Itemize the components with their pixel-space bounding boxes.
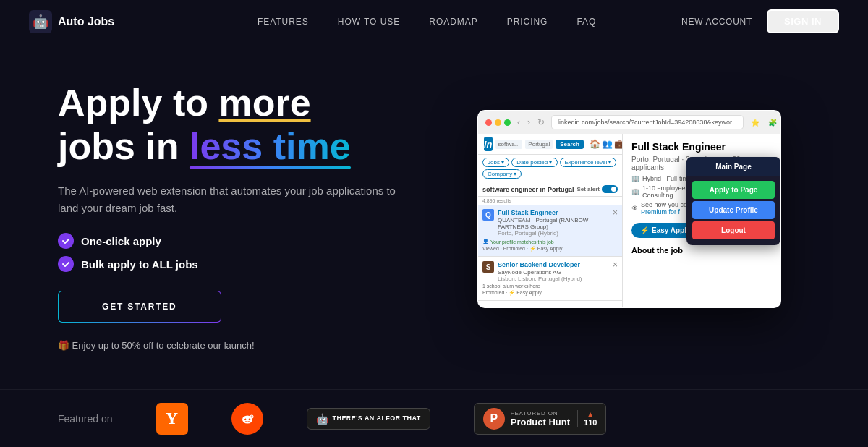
yc-logo[interactable]: Y bbox=[156, 403, 188, 435]
nav-features[interactable]: FEATURES bbox=[258, 17, 309, 27]
browser-forward[interactable]: › bbox=[525, 117, 532, 127]
job-title-2: Senior Backend Developer bbox=[498, 261, 582, 268]
producthunt-score: ▲ 110 bbox=[577, 410, 597, 427]
job-card-2-header: S Senior Backend Developer SayNode Opera… bbox=[482, 261, 618, 282]
li-bag-icon: 💼 bbox=[614, 139, 623, 149]
linkedin-search-input: softwa... bbox=[495, 140, 523, 149]
browser-dots bbox=[485, 119, 511, 126]
hero-features: One-click apply Bulk apply to ALL jobs bbox=[58, 233, 405, 272]
nav-roadmap[interactable]: ROADMAP bbox=[429, 17, 477, 27]
featured-logos: Y 🤖 bbox=[156, 403, 811, 435]
filter-exp[interactable]: Experience level ▾ bbox=[560, 158, 617, 167]
job-card-1-header: Q Full Stack Engineer QUANTEAM - Portuga… bbox=[482, 209, 618, 237]
hero-title-line1: Apply to more bbox=[58, 82, 311, 124]
job-location-2: Lisbon, Lisbon, Portugal (Hybrid) bbox=[498, 276, 582, 282]
job-close-1[interactable]: × bbox=[613, 208, 618, 218]
feature-one-click: One-click apply bbox=[58, 233, 405, 249]
taiaft-text: THERE'S AN AI FOR THAT bbox=[333, 414, 421, 423]
svg-text:🤖: 🤖 bbox=[33, 14, 49, 30]
browser-back[interactable]: ‹ bbox=[515, 117, 522, 127]
sign-in-button[interactable]: SIGN IN bbox=[767, 9, 839, 33]
taiaft-icon: 🤖 bbox=[316, 413, 328, 425]
hero-title: Apply to more jobs in less time bbox=[58, 82, 405, 169]
browser-refresh[interactable]: ↻ bbox=[535, 117, 547, 127]
li-home-icon: 🏠 bbox=[590, 139, 600, 149]
li-alert-text: Set alert bbox=[576, 186, 600, 192]
reddit-icon bbox=[231, 403, 263, 435]
feature-bulk-apply: Bulk apply to ALL jobs bbox=[58, 256, 405, 272]
filter-jobs[interactable]: Jobs ▾ bbox=[482, 158, 509, 167]
job-logo-1: Q bbox=[482, 209, 494, 221]
address-bar[interactable]: linkedin.com/jobs/search/?currentJobId=3… bbox=[551, 115, 744, 129]
check-icon-one-click bbox=[58, 233, 74, 249]
job-close-2[interactable]: × bbox=[613, 260, 618, 270]
linkedin-filters: Jobs ▾ Date posted ▾ Experience level ▾ … bbox=[478, 155, 622, 182]
job-title-1: Full Stack Engineer bbox=[498, 209, 618, 216]
li-network-icon: 👥 bbox=[602, 139, 613, 149]
hero-subtitle: The AI-powered web extension that automa… bbox=[58, 182, 405, 217]
job-meta-2b: Promoted · ⚡ Easy Apply bbox=[482, 290, 618, 296]
address-text: linkedin.com/jobs/search/?currentJobId=3… bbox=[558, 119, 737, 126]
job-card-1[interactable]: × Q Full Stack Engineer QUANTEAM - Portu… bbox=[478, 205, 622, 257]
dot-minimize bbox=[495, 119, 501, 126]
taiaft-badge[interactable]: 🤖 THERE'S AN AI FOR THAT bbox=[307, 408, 430, 430]
job-about-heading: About the job bbox=[631, 246, 772, 255]
nav-pricing[interactable]: PRICING bbox=[507, 17, 548, 27]
profile-match-1: 👤 Your profile matches this job bbox=[482, 239, 554, 244]
feature-one-click-label: One-click apply bbox=[81, 235, 161, 247]
profile-icon: 👤 bbox=[482, 239, 489, 244]
results-count: 4,895 results bbox=[478, 197, 622, 205]
hero-title-line2: jobs in less time bbox=[58, 125, 351, 167]
popup-logout-button[interactable]: Logout bbox=[692, 221, 775, 239]
new-account-link[interactable]: NEW ACCOUNT bbox=[681, 17, 752, 27]
job-card-2[interactable]: × S Senior Backend Developer SayNode Ope… bbox=[478, 257, 622, 301]
reddit-logo[interactable] bbox=[231, 403, 263, 435]
linkedin-logo: in bbox=[484, 137, 493, 151]
hybrid-icon: 🏢 bbox=[631, 175, 639, 182]
job-meta-1: Viewed · Promoted · ⚡ Easy Apply bbox=[482, 246, 618, 252]
compare-icon: 👁 bbox=[631, 205, 638, 212]
navigation: 🤖 Auto Jobs FEATURES HOW TO USE ROADMAP … bbox=[0, 0, 868, 43]
featured-bar: Featured on Y bbox=[0, 389, 868, 447]
hero-promo: 🎁 Enjoy up to 50% off to celebrate our l… bbox=[58, 340, 405, 351]
search-query-text: software engineer in Portugal bbox=[482, 186, 574, 193]
company-icon: 🏢 bbox=[631, 188, 639, 195]
nav-actions: NEW ACCOUNT SIGN IN bbox=[681, 9, 839, 33]
filter-company[interactable]: Company ▾ bbox=[482, 169, 522, 179]
linkedin-panel: in softwa... Portugal Search 🏠 👥 💼 Jobs … bbox=[478, 134, 623, 307]
browser-content: in softwa... Portugal Search 🏠 👥 💼 Jobs … bbox=[478, 134, 780, 307]
hero-highlight-less-time: less time bbox=[190, 125, 351, 167]
li-alert-toggle[interactable] bbox=[602, 185, 618, 193]
job-meta-2: 1 school alum works here bbox=[482, 284, 618, 289]
linkedin-location: Portugal bbox=[525, 140, 553, 149]
get-started-button[interactable]: GET STARTED bbox=[58, 291, 221, 323]
logo-icon: 🤖 bbox=[29, 10, 52, 33]
nav-faq[interactable]: FAQ bbox=[576, 17, 596, 27]
dot-maximize bbox=[504, 119, 511, 126]
popup-apply-button[interactable]: Apply to Page bbox=[692, 181, 775, 199]
job-card-1-info: Full Stack Engineer QUANTEAM - Portugal … bbox=[498, 209, 618, 237]
job-logo-2: S bbox=[482, 261, 494, 273]
producthunt-text: FEATURED ON Product Hunt bbox=[511, 410, 570, 427]
ph-arrow-icon: ▲ bbox=[587, 410, 594, 418]
job-company-1: QUANTEAM - Portugal (RAINBOW PARTNERS Gr… bbox=[498, 217, 618, 230]
hero-highlight-more: more bbox=[218, 82, 310, 124]
popup-header: Main Page bbox=[686, 157, 780, 176]
yc-icon: Y bbox=[156, 403, 188, 435]
nav-how-to-use[interactable]: HOW TO USE bbox=[338, 17, 401, 27]
nav-links: FEATURES HOW TO USE ROADMAP PRICING FAQ bbox=[172, 17, 681, 27]
filter-date[interactable]: Date posted ▾ bbox=[511, 158, 557, 167]
brand-name: Auto Jobs bbox=[58, 15, 114, 28]
browser-puzzle: 🧩 bbox=[767, 119, 778, 127]
logo[interactable]: 🤖 Auto Jobs bbox=[29, 10, 114, 33]
linkedin-icons: 🏠 👥 💼 bbox=[590, 139, 623, 149]
feature-bulk-label: Bulk apply to ALL jobs bbox=[81, 258, 198, 271]
popup-profile-button[interactable]: Update Profile bbox=[692, 201, 775, 219]
linkedin-topbar: in softwa... Portugal Search 🏠 👥 💼 bbox=[478, 134, 622, 155]
ph-name-label: Product Hunt bbox=[511, 417, 570, 427]
linkedin-search-button[interactable]: Search bbox=[556, 140, 584, 149]
browser-mockup: ‹ › ↻ linkedin.com/jobs/search/?currentJ… bbox=[477, 110, 781, 308]
check-icon-bulk bbox=[58, 256, 74, 272]
ph-score-number: 110 bbox=[584, 418, 597, 427]
producthunt-badge[interactable]: P FEATURED ON Product Hunt ▲ 110 bbox=[474, 403, 607, 435]
